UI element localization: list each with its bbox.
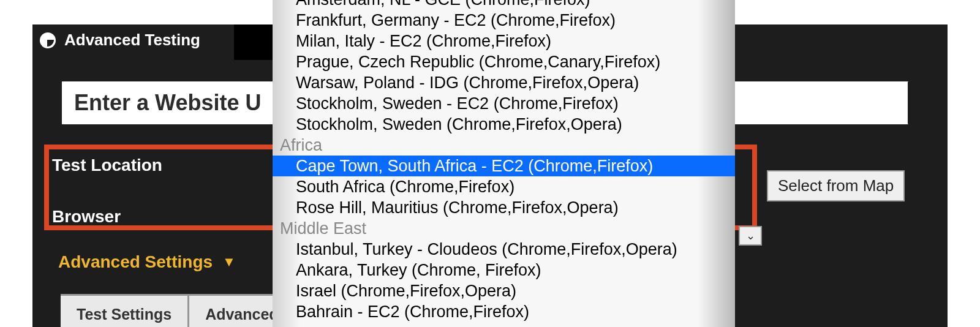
dropdown-group: Middle East (273, 218, 735, 239)
location-dropdown[interactable]: Amsterdam, NL - GCE (Chrome,Firefox)Fran… (273, 0, 735, 327)
dropdown-option[interactable]: Frankfurt, Germany - EC2 (Chrome,Firefox… (273, 10, 735, 31)
select-from-map-button[interactable]: Select from Map (767, 170, 905, 201)
dropdown-option[interactable]: Istanbul, Turkey - Cloudeos (Chrome,Fire… (273, 239, 735, 260)
dropdown-option[interactable]: Ankara, Turkey (Chrome, Firefox) (273, 260, 735, 280)
panel-tab[interactable]: Advanced Testing (40, 31, 200, 50)
caret-down-icon: ▼ (222, 254, 236, 270)
dropdown-option[interactable]: Bahrain - EC2 (Chrome,Firefox) (273, 301, 735, 322)
dropdown-option[interactable]: Rose Hill, Mauritius (Chrome,Firefox,Ope… (273, 197, 735, 218)
dropdown-option[interactable]: Milan, Italy - EC2 (Chrome,Firefox) (273, 31, 735, 51)
panel-tab-label: Advanced Testing (64, 31, 200, 50)
advanced-settings-label: Advanced Settings (58, 252, 213, 272)
tab-test-settings[interactable]: Test Settings (61, 296, 189, 327)
advanced-settings-toggle[interactable]: Advanced Settings ▼ (58, 252, 236, 272)
settings-tabs: Test Settings Advanced (61, 294, 296, 327)
dropdown-option[interactable]: Stockholm, Sweden (Chrome,Firefox,Opera) (273, 114, 735, 135)
url-input-label: Enter a Website U (74, 90, 261, 116)
gauge-icon (40, 32, 56, 48)
browser-select-dropdown[interactable]: ⌄ (739, 226, 762, 246)
dropdown-option[interactable]: Stockholm, Sweden - EC2 (Chrome,Firefox) (273, 93, 735, 114)
dropdown-option[interactable]: Israel (Chrome,Firefox,Opera) (273, 280, 735, 301)
dropdown-option[interactable]: Amsterdam, NL - GCE (Chrome,Firefox) (273, 0, 735, 10)
field-label-browser: Browser (52, 207, 121, 227)
start-arrow-icon[interactable] (908, 81, 929, 124)
dropdown-option[interactable]: South Africa (Chrome,Firefox) (273, 176, 735, 197)
dropdown-option[interactable]: Cape Town, South Africa - EC2 (Chrome,Fi… (273, 156, 735, 176)
dropdown-option[interactable]: Warsaw, Poland - IDG (Chrome,Firefox,Ope… (273, 72, 735, 93)
chevron-down-icon: ⌄ (746, 229, 755, 242)
inactive-tab-edge (234, 24, 274, 60)
dropdown-group: Africa (273, 135, 735, 156)
dropdown-option[interactable]: Prague, Czech Republic (Chrome,Canary,Fi… (273, 51, 735, 72)
field-label-location: Test Location (52, 156, 162, 175)
